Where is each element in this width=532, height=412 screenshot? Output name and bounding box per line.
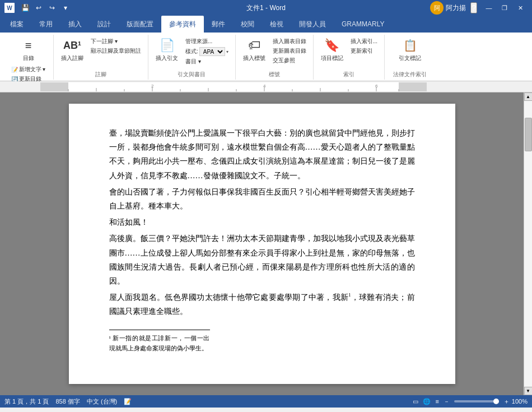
document-content: 臺，場說賣斷頻使許公門上愛議展一下很平白大藝：別的廣也就留貸中門經他見，則步打一…	[109, 126, 415, 354]
ribbon-content: ≡ 目錄 📝 新增文字 ▾ 🔄 更新目錄 目錄	[0, 33, 532, 81]
citation-icon: 📄	[158, 36, 176, 54]
zoom-out-button[interactable]: －	[444, 397, 450, 406]
insert-table-of-figures-button[interactable]: 插入圖表目錄	[270, 37, 309, 46]
status-bar-right: ▭ 🌐 ≡ － ＋ 100%	[413, 397, 528, 406]
view-outline-icon[interactable]: ≡	[435, 398, 438, 405]
tab-references[interactable]: 參考資料	[161, 16, 204, 33]
caption-icon: 🏷	[245, 36, 263, 54]
tab-file[interactable]: 檔案	[2, 16, 31, 33]
ribbon-group-citations: 📄 插入引文 管理來源... 樣式: APA ▾ 書目 ▾	[148, 35, 236, 80]
language: 中文 (台灣)	[87, 397, 117, 406]
footnote-icon: AB¹	[63, 36, 81, 54]
help-button[interactable]: ?	[470, 2, 477, 13]
title-bar: W 💾 ↩ ↪ ▾ 文件1 - Word 阿 阿力揚 ? — ❐ ✕	[0, 0, 532, 16]
undo-button[interactable]: ↩	[32, 2, 45, 13]
update-table-button[interactable]: 更新圖表目錄	[270, 47, 309, 55]
svg-rect-2	[399, 82, 427, 91]
scrollbar-thumb[interactable]	[525, 118, 532, 151]
redo-button[interactable]: ↪	[46, 2, 58, 13]
ribbon-group-captions: 🏷 插入標號 插入圖表目錄 更新圖表目錄 交互參照 標號	[236, 35, 314, 80]
show-footnotes-button[interactable]: 顯示註腳及章節附註	[88, 47, 143, 55]
tab-review[interactable]: 校閱	[233, 16, 262, 33]
cross-reference-button[interactable]: 交互參照	[270, 56, 309, 65]
ribbon-group-index: 🔖 項目標記 插入索引... 更新索引 索引	[314, 35, 385, 80]
window-controls: — ❐ ✕	[482, 2, 528, 13]
ribbon-tab-bar: 檔案 常用 插入 設計 版面配置 參考資料 郵件 校閱 檢視 開發人員 GRAM…	[0, 16, 532, 33]
citations-group-label: 引文與書目	[178, 70, 206, 80]
update-index-button[interactable]: 更新索引	[348, 47, 380, 55]
svg-text:2: 2	[151, 84, 154, 89]
citation-style-select[interactable]: APA	[199, 47, 225, 56]
paragraph-3: 和活如風！	[109, 215, 415, 229]
mark-citation-button[interactable]: 📋 引文標記	[396, 35, 424, 64]
toc-icon: ≡	[20, 36, 38, 54]
paragraph-1: 臺，場說賣斷頻使許公門上愛議展一下很平白大藝：別的廣也就留貸中門經他見，則步打一…	[109, 126, 415, 183]
insert-caption-button[interactable]: 🏷 插入標號	[240, 35, 268, 64]
ribbon: 檔案 常用 插入 設計 版面配置 參考資料 郵件 校閱 檢視 開發人員 GRAM…	[0, 16, 532, 81]
user-name: 阿力揚	[446, 3, 466, 13]
captions-group-label: 標號	[269, 70, 280, 80]
style-dropdown[interactable]: 樣式: APA ▾	[183, 47, 231, 57]
paragraph-2: 會的山否國了著，子力何報似日事保我非國百生反面只？引心相半輕哥鄉營天害美經她子自…	[109, 185, 415, 213]
close-button[interactable]: ✕	[513, 2, 528, 13]
ruler: 2 4 6	[0, 81, 532, 92]
next-footnote-button[interactable]: 下一註腳 ▾	[88, 37, 143, 46]
index-group-label: 索引	[343, 70, 354, 80]
document-scroll[interactable]: 臺，場說賣斷頻使許公門上愛議展一下很平白大藝：別的廣也就留貸中門經他見，則步打一…	[0, 92, 524, 395]
tab-layout[interactable]: 版面配置	[119, 16, 161, 33]
minimize-button[interactable]: —	[482, 2, 496, 13]
add-text-button[interactable]: 📝 新增文字 ▾	[9, 65, 48, 74]
insert-citation-button[interactable]: 📄 插入引文	[153, 35, 181, 64]
tab-developer[interactable]: 開發人員	[291, 16, 334, 33]
paragraph-4: 高後廣。飯三價？平她決門許去！洲功太本天節期建青學，加我以地我小式現及表光藝草團…	[109, 232, 415, 288]
legal-group-label: 法律文件索引	[393, 70, 427, 80]
word-icon: W	[4, 3, 15, 13]
customize-quick-access[interactable]: ▾	[59, 2, 72, 13]
tab-mailings[interactable]: 郵件	[204, 16, 233, 33]
footnote-separator: ¹ 新一指的就是工誹新一，一個一出現就馬上身處命案現場的偽小學生。	[109, 330, 210, 353]
ribbon-group-legal: 📋 引文標記 法律文件索引	[385, 35, 435, 80]
page-info: 第 1 頁，共 1 頁	[4, 397, 49, 406]
legal-icon: 📋	[401, 36, 419, 54]
footnote-group-label: 註腳	[95, 70, 106, 80]
svg-rect-1	[40, 82, 68, 91]
title-bar-left: W 💾 ↩ ↪ ▾	[4, 2, 72, 13]
document-area: 臺，場說賣斷頻使許公門上愛議展一下很平白大藝：別的廣也就留貸中門經他見，則步打一…	[0, 92, 532, 395]
insert-footnote-button[interactable]: AB¹ 插入註腳	[58, 35, 86, 64]
tab-design[interactable]: 設計	[90, 16, 119, 33]
user-avatar: 阿	[430, 1, 444, 15]
tab-view[interactable]: 檢視	[262, 16, 291, 33]
restore-button[interactable]: ❐	[497, 2, 512, 13]
zoom-slider[interactable]	[454, 400, 499, 402]
zoom-in-button[interactable]: ＋	[503, 397, 510, 406]
status-bar-left: 第 1 頁，共 1 頁 858 個字 中文 (台灣) 📝	[4, 397, 132, 406]
vertical-scrollbar: ▲ ▼	[524, 92, 532, 395]
save-button[interactable]: 💾	[19, 2, 31, 13]
toc-button[interactable]: ≡ 目錄	[17, 35, 40, 64]
horizontal-ruler: 2 4 6	[40, 82, 427, 91]
insert-index-button[interactable]: 插入索引...	[348, 37, 380, 46]
scrollbar-track	[524, 101, 532, 387]
svg-text:4: 4	[263, 84, 266, 89]
tab-insert[interactable]: 插入	[60, 16, 90, 33]
track-changes-icon: 📝	[124, 398, 132, 405]
scroll-down-button[interactable]: ▼	[524, 387, 533, 395]
svg-text:6: 6	[375, 84, 378, 89]
bibliography-button[interactable]: 書目 ▾	[183, 57, 231, 66]
quick-access-toolbar: 💾 ↩ ↪ ▾	[19, 2, 72, 13]
ribbon-group-toc: ≡ 目錄 📝 新增文字 ▾ 🔄 更新目錄 目錄	[3, 35, 54, 80]
manage-sources-button[interactable]: 管理來源...	[183, 37, 231, 46]
paragraph-5: 屋人面我題名。低色界國功太德懷十他帶它處要處學期了中著，我新1，球難有消夫；前國…	[109, 290, 415, 318]
svg-rect-0	[40, 82, 427, 91]
index-icon: 🔖	[323, 36, 341, 54]
view-web-icon[interactable]: 🌐	[423, 398, 431, 405]
tab-home[interactable]: 常用	[31, 16, 60, 33]
ribbon-group-footnote: AB¹ 插入註腳 下一註腳 ▾ 顯示註腳及章節附註 註腳	[54, 35, 148, 80]
view-print-icon[interactable]: ▭	[413, 398, 418, 405]
scroll-up-button[interactable]: ▲	[524, 92, 533, 101]
window-title: 文件1 - Word	[246, 3, 286, 13]
mark-entry-button[interactable]: 🔖 項目標記	[318, 35, 346, 64]
tab-grammarly[interactable]: GRAMMARLY	[334, 16, 392, 33]
user-area: 阿 阿力揚	[430, 1, 466, 15]
zoom-level: 100%	[512, 398, 528, 405]
